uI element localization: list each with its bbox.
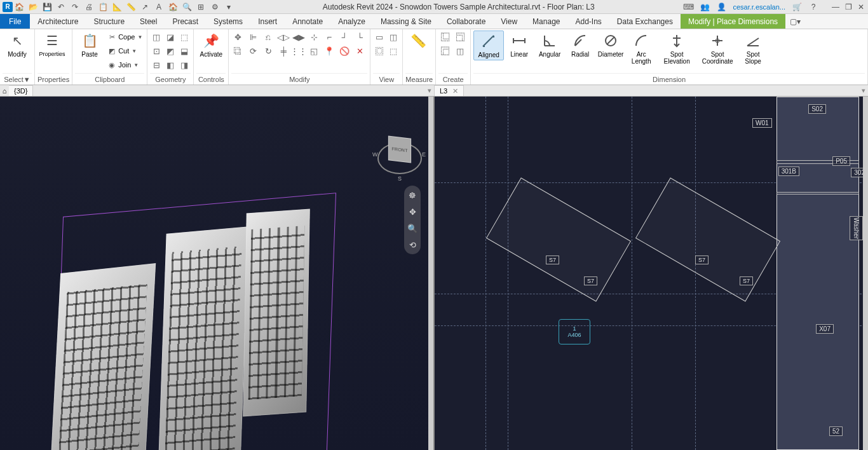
scrollbar-vertical[interactable]: [863, 97, 868, 450]
select-panel-title[interactable]: Select: [4, 76, 24, 83]
open-icon[interactable]: 📂: [28, 2, 38, 12]
tab-steel[interactable]: Steel: [132, 14, 165, 29]
clipboard-icon[interactable]: 📋: [98, 2, 108, 12]
geom-icon-5[interactable]: ◩: [164, 44, 177, 57]
align-icon[interactable]: ⊫: [247, 31, 259, 43]
geom-icon-7[interactable]: ⊟: [150, 58, 163, 71]
tab-collaborate[interactable]: Collaborate: [439, 14, 493, 29]
dimension-icon[interactable]: 📐: [112, 2, 122, 12]
tab-structure[interactable]: Structure: [86, 14, 132, 29]
tab-annotate[interactable]: Annotate: [285, 14, 330, 29]
geom-icon-1[interactable]: ◫: [150, 31, 163, 43]
tab-systems[interactable]: Systems: [206, 14, 250, 29]
qat-dropdown-icon[interactable]: ▾: [224, 2, 234, 12]
tab-precast[interactable]: Precast: [165, 14, 206, 29]
tab-finish-icon[interactable]: ▢▾: [785, 14, 804, 29]
undo-icon[interactable]: ↶: [56, 2, 66, 12]
arc-length-button[interactable]: Arc Length: [626, 31, 656, 66]
zoom-nav-icon[interactable]: 🔍: [407, 222, 418, 234]
rotate-icon[interactable]: ⟳: [247, 44, 259, 57]
user-icon[interactable]: 👤: [716, 2, 726, 12]
pin-icon[interactable]: ▾: [428, 86, 431, 95]
mirror-pick-icon[interactable]: ◁▷: [277, 31, 290, 43]
geom-icon-8[interactable]: ◧: [164, 58, 177, 71]
tab-insert[interactable]: Insert: [250, 14, 285, 29]
angular-button[interactable]: Angular: [534, 31, 565, 59]
create-assembly-icon[interactable]: ⿹: [454, 31, 466, 43]
delete-icon[interactable]: ✕: [353, 44, 366, 57]
max-icon[interactable]: ▾: [862, 86, 865, 95]
linear-button[interactable]: Linear: [504, 31, 534, 59]
join-button[interactable]: ◉Join▼: [105, 58, 144, 71]
options-icon[interactable]: ⚙: [210, 2, 220, 12]
view-icon-4[interactable]: ⬚: [387, 44, 400, 57]
trim-icon[interactable]: ⌐: [323, 31, 336, 43]
redo-icon[interactable]: ↷: [70, 2, 80, 12]
cart-icon[interactable]: 🛒: [792, 2, 802, 12]
view-tab-l3[interactable]: L3 ✕: [434, 85, 464, 96]
save-icon[interactable]: 💾: [42, 2, 52, 12]
splitgap-icon[interactable]: ╪: [277, 44, 290, 57]
offset-icon[interactable]: ⎌: [262, 31, 275, 43]
viewport-3d[interactable]: FRONT W E S ☸ ✥ 🔍 ⟲: [0, 97, 433, 450]
close-button[interactable]: ✕: [857, 3, 865, 11]
view-icon-1[interactable]: ▭: [373, 31, 386, 43]
cope-button[interactable]: ✂Cope▼: [105, 31, 144, 43]
keyboard-icon[interactable]: ⌨: [683, 2, 693, 12]
create-similar-icon[interactable]: ⿸: [438, 44, 451, 57]
diameter-button[interactable]: Diameter: [595, 31, 626, 59]
close-icon[interactable]: ✕: [452, 87, 458, 95]
paste-button[interactable]: 📋 Paste: [75, 31, 104, 59]
view-icon-2[interactable]: ◫: [387, 31, 400, 43]
maximize-button[interactable]: ❐: [844, 3, 853, 11]
measure-button[interactable]: 📏: [405, 31, 431, 51]
tab-dataexchanges[interactable]: Data Exchanges: [609, 14, 681, 29]
spot-coordinate-button[interactable]: Spot Coordinate: [697, 31, 738, 66]
pin-icon[interactable]: 📍: [323, 44, 336, 57]
align-icon[interactable]: 📏: [126, 2, 136, 12]
tab-analyze[interactable]: Analyze: [330, 14, 373, 29]
modify-button[interactable]: ↖ Modify: [3, 31, 32, 59]
view-icon-3[interactable]: ⿴: [373, 44, 386, 57]
create-group-icon[interactable]: ⿺: [438, 31, 451, 43]
minimize-button[interactable]: —: [831, 3, 840, 11]
viewcube-face[interactable]: FRONT: [388, 135, 411, 163]
mirror-draw-icon[interactable]: ◀▶: [292, 31, 305, 43]
people-icon[interactable]: 👥: [700, 2, 710, 12]
rotate2-icon[interactable]: ↻: [262, 44, 275, 57]
pan-icon[interactable]: ✥: [407, 206, 418, 217]
move-icon[interactable]: ✥: [231, 31, 244, 43]
geom-icon-9[interactable]: ◨: [178, 58, 191, 71]
measure-icon[interactable]: ↗: [140, 2, 150, 12]
text-icon[interactable]: A: [154, 2, 164, 12]
array-icon[interactable]: ⋮⋮: [292, 44, 305, 57]
user-name[interactable]: cesar.r.escalan...: [733, 3, 785, 11]
scrollbar-vertical[interactable]: [428, 97, 433, 450]
unpin-icon[interactable]: 🚫: [338, 44, 351, 57]
splitelem-icon[interactable]: ⊹: [308, 31, 320, 43]
extend-icon[interactable]: ┘: [338, 31, 351, 43]
view-tab-3d[interactable]: {3D}: [9, 85, 33, 96]
tab-architecture[interactable]: Architecture: [30, 14, 86, 29]
tab-view[interactable]: View: [493, 14, 525, 29]
geom-icon-6[interactable]: ⬓: [178, 44, 191, 57]
chevron-down-icon[interactable]: ▼: [24, 76, 31, 83]
activate-button[interactable]: 📌 Activate: [196, 31, 226, 59]
thinlines-icon[interactable]: ⊞: [196, 2, 206, 12]
home-view-icon[interactable]: ⌂: [0, 87, 9, 95]
help-icon[interactable]: ?: [808, 2, 818, 12]
geom-icon-3[interactable]: ⬚: [178, 31, 191, 43]
orbit-icon[interactable]: ⟲: [407, 239, 418, 250]
cut-button[interactable]: ◩Cut▼: [105, 44, 144, 57]
corner-icon[interactable]: └: [353, 31, 366, 43]
home-icon[interactable]: 🏠: [14, 2, 24, 12]
aligned-button[interactable]: Aligned: [473, 31, 504, 60]
tab-addins[interactable]: Add-Ins: [567, 14, 609, 29]
tab-massing[interactable]: Massing & Site: [373, 14, 439, 29]
copy-icon[interactable]: ⿻: [231, 44, 244, 57]
default3d-icon[interactable]: 🏠: [168, 2, 178, 12]
scale-icon[interactable]: ◱: [308, 44, 320, 57]
tab-modify-place-dimensions[interactable]: Modify | Place Dimensions: [681, 14, 785, 29]
create-parts-icon[interactable]: ◫: [454, 44, 466, 57]
spot-elevation-button[interactable]: Spot Elevation: [656, 31, 697, 66]
